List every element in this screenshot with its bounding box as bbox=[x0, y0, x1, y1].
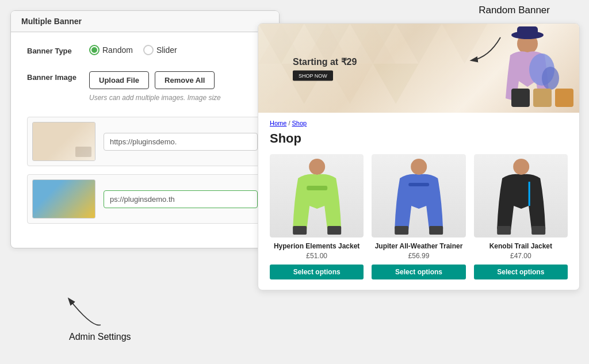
svg-rect-13 bbox=[517, 26, 538, 37]
banner-image-field: Banner Image Upload File Remove All User… bbox=[27, 71, 263, 102]
admin-panel-header: Multiple Banner bbox=[11, 11, 279, 32]
upload-file-button[interactable]: Upload File bbox=[89, 71, 149, 89]
svg-point-16 bbox=[309, 159, 325, 175]
banner-product-icons bbox=[511, 89, 573, 107]
image-thumb-2 bbox=[32, 179, 95, 219]
image-list bbox=[27, 117, 263, 224]
svg-rect-22 bbox=[395, 226, 408, 235]
image-url-input-1[interactable] bbox=[104, 133, 258, 151]
svg-point-20 bbox=[411, 159, 427, 175]
svg-rect-27 bbox=[531, 226, 545, 235]
list-item bbox=[27, 117, 263, 166]
banner-image-hint: Users can add multiple images. Image siz… bbox=[89, 94, 263, 102]
radio-slider[interactable]: Slider bbox=[143, 45, 177, 55]
breadcrumb-home[interactable]: Home bbox=[270, 120, 286, 127]
svg-marker-4 bbox=[442, 24, 488, 64]
svg-point-24 bbox=[513, 159, 529, 175]
remove-all-button[interactable]: Remove All bbox=[155, 71, 215, 89]
svg-point-15 bbox=[542, 67, 559, 90]
radio-random-label: Random bbox=[102, 45, 133, 55]
product-icon-sandal-2 bbox=[555, 89, 573, 107]
product-card: Hyperion Elements Jacket £51.00 Select o… bbox=[270, 154, 364, 279]
svg-rect-21 bbox=[408, 183, 429, 186]
shop-area: Home / Shop Shop bbox=[258, 113, 579, 290]
random-banner-label: Random Banner bbox=[479, 5, 550, 16]
product-icon-sandal bbox=[533, 89, 552, 107]
list-item bbox=[27, 174, 263, 224]
product-price-1: £51.00 bbox=[306, 252, 327, 260]
svg-marker-3 bbox=[396, 24, 442, 64]
select-options-button-3[interactable]: Select options bbox=[474, 265, 568, 279]
svg-rect-23 bbox=[429, 226, 443, 235]
svg-marker-7 bbox=[373, 64, 419, 104]
banner-image-buttons: Upload File Remove All bbox=[89, 71, 263, 89]
banner-image-area: Starting at ₹29 SHOP NOW bbox=[258, 24, 579, 113]
banner-type-field: Banner Type Random Slider bbox=[27, 45, 263, 56]
banner-type-label: Banner Type bbox=[27, 45, 79, 56]
shop-title: Shop bbox=[270, 131, 568, 146]
radio-random-dot bbox=[91, 47, 97, 53]
image-thumb-1 bbox=[32, 122, 95, 161]
product-name-2: Jupiter All-Weather Trainer bbox=[375, 242, 463, 250]
preview-panel: Starting at ₹29 SHOP NOW bbox=[258, 23, 580, 290]
svg-rect-26 bbox=[497, 226, 511, 235]
product-card: Jupiter All-Weather Trainer £56.99 Selec… bbox=[372, 154, 465, 279]
banner-image-content: Upload File Remove All Users can add mul… bbox=[89, 71, 263, 102]
admin-settings-label: Admin Settings bbox=[69, 332, 131, 342]
svg-rect-17 bbox=[307, 186, 327, 190]
radio-random-circle[interactable] bbox=[89, 45, 100, 55]
svg-rect-19 bbox=[327, 226, 341, 235]
banner-shop-button: SHOP NOW bbox=[293, 70, 333, 81]
radio-random[interactable]: Random bbox=[89, 45, 133, 55]
product-image-2 bbox=[372, 154, 465, 237]
product-card: Kenobi Trail Jacket £47.00 Select option… bbox=[474, 154, 568, 279]
select-options-button-1[interactable]: Select options bbox=[270, 265, 364, 279]
admin-panel: Multiple Banner Banner Type Random bbox=[10, 10, 280, 248]
product-price-3: £47.00 bbox=[510, 252, 531, 260]
product-icon-watch bbox=[511, 89, 530, 107]
products-grid: Hyperion Elements Jacket £51.00 Select o… bbox=[270, 154, 568, 279]
breadcrumb-shop[interactable]: Shop bbox=[292, 120, 307, 127]
banner-image-label: Banner Image bbox=[27, 71, 79, 83]
radio-slider-label: Slider bbox=[156, 45, 177, 55]
banner-promo-content: Starting at ₹29 SHOP NOW bbox=[293, 56, 357, 81]
product-name-3: Kenobi Trail Jacket bbox=[489, 242, 552, 250]
banner-type-options: Random Slider bbox=[89, 45, 263, 55]
svg-rect-18 bbox=[293, 226, 307, 235]
image-url-input-2[interactable] bbox=[104, 190, 258, 208]
breadcrumb: Home / Shop bbox=[270, 120, 568, 127]
product-name-1: Hyperion Elements Jacket bbox=[274, 242, 359, 250]
product-image-1 bbox=[270, 154, 364, 237]
product-image-3 bbox=[474, 154, 568, 237]
radio-slider-circle[interactable] bbox=[143, 45, 154, 55]
select-options-button-2[interactable]: Select options bbox=[372, 265, 465, 279]
banner-promo-text: Starting at ₹29 bbox=[293, 56, 357, 67]
product-price-2: £56.99 bbox=[408, 252, 430, 260]
